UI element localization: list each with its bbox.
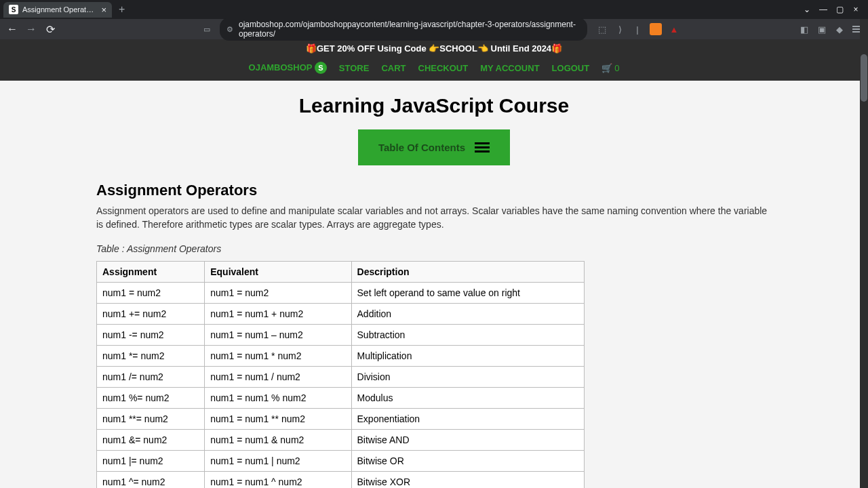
table-row: num1 -= num2num1 = num1 – num2Subtractio… bbox=[97, 325, 585, 346]
table-row: num1 *= num2num1 = num1 * num2Multiplica… bbox=[97, 346, 585, 367]
table-cell: Exponentiation bbox=[351, 409, 584, 430]
back-button[interactable]: ← bbox=[5, 22, 19, 36]
table-cell: Division bbox=[351, 367, 584, 388]
table-cell: Bitwise OR bbox=[351, 451, 584, 472]
share-icon[interactable]: ⬚ bbox=[597, 24, 608, 35]
table-cell: num1 ^= num2 bbox=[97, 472, 205, 488]
operators-table: Assignment Equivalent Description num1 =… bbox=[96, 261, 585, 488]
table-cell: num1 = num1 / num2 bbox=[205, 367, 351, 388]
table-cell: num1 = num1 – num2 bbox=[205, 325, 351, 346]
table-cell: num1 = num2 bbox=[205, 283, 351, 304]
table-row: num1 ^= num2num1 = num1 ^ num2Bitwise XO… bbox=[97, 472, 585, 488]
table-cell: num1 /= num2 bbox=[97, 367, 205, 388]
page-title: Learning JavaScript Course bbox=[96, 94, 772, 117]
table-cell: num1 = num2 bbox=[97, 283, 205, 304]
reader-mode-icon[interactable]: ▭ bbox=[203, 25, 210, 34]
table-header-row: Assignment Equivalent Description bbox=[97, 262, 585, 283]
hamburger-icon bbox=[475, 142, 490, 152]
nav-checkout[interactable]: CHECKOUT bbox=[418, 63, 469, 73]
promo-banner: 🎁GET 20% OFF Using Code 👉SCHOOL👈 Until E… bbox=[0, 39, 868, 58]
table-cell: Addition bbox=[351, 304, 584, 325]
url-text: ojamboshop.com/ojamboshoppaycontent/lear… bbox=[239, 20, 580, 39]
cart-count: 0 bbox=[614, 63, 619, 73]
logo-icon: S bbox=[315, 62, 327, 74]
close-icon[interactable]: × bbox=[101, 5, 106, 15]
table-row: num1 **= num2num1 = num1 ** num2Exponent… bbox=[97, 409, 585, 430]
table-cell: num1 |= num2 bbox=[97, 451, 205, 472]
scrollbar-thumb[interactable] bbox=[861, 54, 867, 102]
table-cell: num1 &= num2 bbox=[97, 430, 205, 451]
table-cell: num1 = num1 ** num2 bbox=[205, 409, 351, 430]
table-cell: Multiplication bbox=[351, 346, 584, 367]
table-cell: Set left operand to same value on right bbox=[351, 283, 584, 304]
nav-cart[interactable]: CART bbox=[381, 63, 406, 73]
wallet-icon[interactable]: ▣ bbox=[816, 24, 827, 35]
reload-button[interactable]: ⟳ bbox=[43, 22, 57, 36]
tab-favicon: S bbox=[9, 5, 18, 14]
table-cell: num1 = num1 ^ num2 bbox=[205, 472, 351, 488]
warning-icon[interactable]: ▲ bbox=[669, 24, 679, 35]
table-cell: Bitwise XOR bbox=[351, 472, 584, 488]
sidebar-icon[interactable]: ◧ bbox=[799, 24, 810, 35]
table-row: num1 |= num2num1 = num1 | num2Bitwise OR bbox=[97, 451, 585, 472]
table-row: num1 += num2num1 = num1 + num2Addition bbox=[97, 304, 585, 325]
nav-account[interactable]: MY ACCOUNT bbox=[480, 63, 539, 73]
nav-logout[interactable]: LOGOUT bbox=[552, 63, 590, 73]
browser-tab[interactable]: S Assignment Operators - O × bbox=[3, 2, 112, 18]
table-cell: num1 %= num2 bbox=[97, 388, 205, 409]
table-caption: Table : Assignment Operators bbox=[96, 243, 772, 254]
chevron-down-icon[interactable]: ⌄ bbox=[802, 4, 812, 15]
col-assignment: Assignment bbox=[97, 262, 205, 283]
table-cell: num1 = num1 & num2 bbox=[205, 430, 351, 451]
forward-button[interactable]: → bbox=[24, 22, 38, 36]
table-row: num1 &= num2num1 = num1 & num2Bitwise AN… bbox=[97, 430, 585, 451]
table-row: num1 %= num2num1 = num1 % num2Modulus bbox=[97, 388, 585, 409]
table-cell: num1 = num1 | num2 bbox=[205, 451, 351, 472]
minimize-button[interactable]: — bbox=[818, 4, 829, 15]
table-cell: num1 **= num2 bbox=[97, 409, 205, 430]
close-window-button[interactable]: × bbox=[850, 4, 861, 15]
table-cell: num1 = num1 % num2 bbox=[205, 388, 351, 409]
table-cell: num1 = num1 + num2 bbox=[205, 304, 351, 325]
cart-icon-link[interactable]: 🛒0 bbox=[601, 63, 619, 73]
table-cell: num1 *= num2 bbox=[97, 346, 205, 367]
cart-icon: 🛒 bbox=[601, 63, 612, 73]
table-cell: num1 -= num2 bbox=[97, 325, 205, 346]
new-tab-button[interactable]: + bbox=[112, 3, 132, 16]
section-heading: Assignment Operators bbox=[96, 182, 772, 199]
maximize-button[interactable]: ▢ bbox=[834, 4, 845, 15]
url-bar[interactable]: ⚙ ojamboshop.com/ojamboshoppaycontent/le… bbox=[220, 18, 587, 41]
nav-home[interactable]: OJAMBOSHOP S bbox=[249, 62, 327, 74]
col-description: Description bbox=[351, 262, 584, 283]
toc-label: Table Of Contents bbox=[378, 142, 465, 153]
nav-store[interactable]: STORE bbox=[339, 63, 370, 73]
rss-icon[interactable]: ⟩ bbox=[614, 24, 625, 35]
table-row: num1 /= num2num1 = num1 / num2Division bbox=[97, 367, 585, 388]
separator-icon: | bbox=[632, 24, 643, 35]
section-description: Assignment operators are used to define … bbox=[96, 205, 772, 231]
extensions-icon[interactable]: ◆ bbox=[834, 24, 845, 35]
tab-title: Assignment Operators - O bbox=[22, 5, 97, 14]
table-cell: num1 = num1 * num2 bbox=[205, 346, 351, 367]
site-nav: OJAMBOSHOP S STORE CART CHECKOUT MY ACCO… bbox=[0, 58, 868, 81]
toc-button[interactable]: Table Of Contents bbox=[358, 129, 510, 165]
site-settings-icon[interactable]: ⚙ bbox=[226, 25, 233, 34]
table-cell: num1 += num2 bbox=[97, 304, 205, 325]
table-cell: Bitwise AND bbox=[351, 430, 584, 451]
table-row: num1 = num2num1 = num2Set left operand t… bbox=[97, 283, 585, 304]
table-cell: Modulus bbox=[351, 388, 584, 409]
table-cell: Subtraction bbox=[351, 325, 584, 346]
scrollbar-track[interactable] bbox=[860, 19, 868, 488]
brave-shield-icon[interactable] bbox=[650, 23, 662, 35]
col-equivalent: Equivalent bbox=[205, 262, 351, 283]
